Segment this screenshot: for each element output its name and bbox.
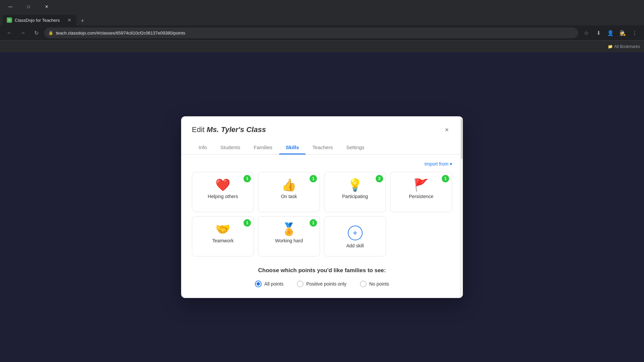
skill-label-working-hard: Working hard <box>275 238 303 243</box>
close-window-button[interactable]: ✕ <box>39 1 54 12</box>
points-options: All points Positive points only No point… <box>192 281 452 287</box>
edit-class-modal: Edit Ms. Tyler's Class × Info Students F… <box>181 116 463 298</box>
skill-badge-persistence: 1 <box>442 175 449 182</box>
all-points-label: All points <box>264 281 283 287</box>
tab-families[interactable]: Families <box>247 140 279 154</box>
scrollbar[interactable] <box>460 116 463 298</box>
skill-card-teamwork[interactable]: 1 🤝 Teamwork <box>192 216 254 256</box>
skill-badge-working-hard: 1 <box>310 219 317 227</box>
skill-badge-helping-others: 1 <box>244 175 251 182</box>
tab-teachers[interactable]: Teachers <box>306 140 339 154</box>
new-tab-button[interactable]: + <box>78 16 87 25</box>
skill-label-on-task: On task <box>281 194 297 199</box>
no-points-radio[interactable] <box>360 281 367 287</box>
skill-card-persistence[interactable]: 1 🚩 Persistence <box>390 172 452 212</box>
tab-skills[interactable]: Skills <box>279 140 306 154</box>
skill-badge-on-task: 1 <box>310 175 317 182</box>
toolbar-actions: ☆ ⬇ 👤 🕵️ ⋮ <box>581 27 640 38</box>
bookmarks-label[interactable]: 📁 All Bookmarks <box>608 44 640 49</box>
tab-settings[interactable]: Settings <box>339 140 371 154</box>
scrollbar-thumb <box>461 119 463 159</box>
add-skill-icon: + <box>348 226 363 240</box>
browser-toolbar: ← → ↻ 🔒 teach.classdojo.com/#/classes/65… <box>0 25 644 40</box>
browser-titlebar: — □ ✕ <box>0 0 644 13</box>
on-task-icon: 👍 <box>281 179 297 191</box>
helping-others-icon: ❤️ <box>215 179 230 191</box>
reload-button[interactable]: ↻ <box>31 27 42 38</box>
class-name: Ms. Tyler's Class <box>207 125 266 134</box>
skill-card-participating[interactable]: 2 💡 Participating <box>324 172 386 212</box>
modal-title: Edit Ms. Tyler's Class <box>192 125 266 134</box>
tab-close-button[interactable]: ✕ <box>66 17 72 23</box>
points-title: Choose which points you'd like families … <box>192 267 452 274</box>
skill-card-helping-others[interactable]: 1 ❤️ Helping others <box>192 172 254 212</box>
skill-label-helping-others: Helping others <box>208 194 238 199</box>
skill-label-persistence: Persistence <box>409 194 433 199</box>
skill-label-participating: Participating <box>342 194 368 199</box>
modal-close-button[interactable]: × <box>441 124 452 135</box>
no-points-label: No points <box>369 281 389 287</box>
modal-body: Import from ▾ 1 ❤️ Helping others 1 <box>181 155 463 298</box>
working-hard-icon: 🏅 <box>281 223 297 235</box>
lock-icon: 🔒 <box>48 31 53 35</box>
teamwork-icon: 🤝 <box>215 223 230 235</box>
skills-grid: 1 ❤️ Helping others 1 👍 On task 2 💡 <box>192 172 452 256</box>
skill-card-on-task[interactable]: 1 👍 On task <box>258 172 320 212</box>
active-tab[interactable]: D ClassDojo for Teachers ✕ <box>3 15 76 25</box>
skill-card-working-hard[interactable]: 1 🏅 Working hard <box>258 216 320 256</box>
back-button[interactable]: ← <box>4 27 15 38</box>
all-points-option[interactable]: All points <box>255 281 283 287</box>
import-row: Import from ▾ <box>192 161 452 167</box>
menu-button[interactable]: ⋮ <box>629 27 640 38</box>
address-bar[interactable]: 🔒 teach.classdojo.com/#/classes/65974c81… <box>44 27 578 38</box>
points-section: Choose which points you'd like families … <box>192 267 452 287</box>
skill-badge-teamwork: 1 <box>244 219 251 227</box>
no-points-option[interactable]: No points <box>360 281 389 287</box>
modal-header: Edit Ms. Tyler's Class × <box>181 116 463 135</box>
positive-points-label: Positive points only <box>306 281 346 287</box>
modal-overlay[interactable]: Edit Ms. Tyler's Class × Info Students F… <box>0 52 644 362</box>
positive-points-radio[interactable] <box>297 281 304 287</box>
all-points-radio[interactable] <box>255 281 262 287</box>
bookmarks-folder-icon: 📁 <box>608 44 613 49</box>
chevron-down-icon: ▾ <box>450 161 452 167</box>
download-button[interactable]: ⬇ <box>593 27 604 38</box>
skill-label-teamwork: Teamwork <box>212 238 234 243</box>
url-text: teach.classdojo.com/#/classes/65974c810c… <box>56 31 185 36</box>
browser-chrome: — □ ✕ D ClassDojo for Teachers ✕ + ← → ↻… <box>0 0 644 52</box>
window-controls: — □ ✕ <box>3 1 54 12</box>
participating-icon: 💡 <box>347 179 363 191</box>
tab-title: ClassDojo for Teachers <box>15 18 64 23</box>
bookmark-button[interactable]: ☆ <box>581 27 592 38</box>
all-points-radio-fill <box>257 282 260 286</box>
page-content: Edit Ms. Tyler's Class × Info Students F… <box>0 52 644 362</box>
tab-bar: D ClassDojo for Teachers ✕ + <box>0 13 644 25</box>
profile-button[interactable]: 👤 <box>605 27 616 38</box>
forward-button[interactable]: → <box>17 27 28 38</box>
positive-points-option[interactable]: Positive points only <box>297 281 346 287</box>
add-skill-label: Add skill <box>346 243 364 248</box>
persistence-icon: 🚩 <box>414 179 429 191</box>
import-from-button[interactable]: Import from ▾ <box>424 161 452 167</box>
bookmarks-bar: 📁 All Bookmarks <box>0 40 644 52</box>
modal-tabs: Info Students Families Skills Teachers S… <box>181 140 463 155</box>
tab-info[interactable]: Info <box>192 140 214 154</box>
incognito-indicator: 🕵️ <box>617 27 628 38</box>
tab-students[interactable]: Students <box>214 140 247 154</box>
minimize-button[interactable]: — <box>3 1 18 12</box>
maximize-button[interactable]: □ <box>21 1 36 12</box>
add-skill-card[interactable]: + Add skill <box>324 216 386 256</box>
tab-favicon: D <box>7 17 12 23</box>
skill-badge-participating: 2 <box>376 175 383 182</box>
